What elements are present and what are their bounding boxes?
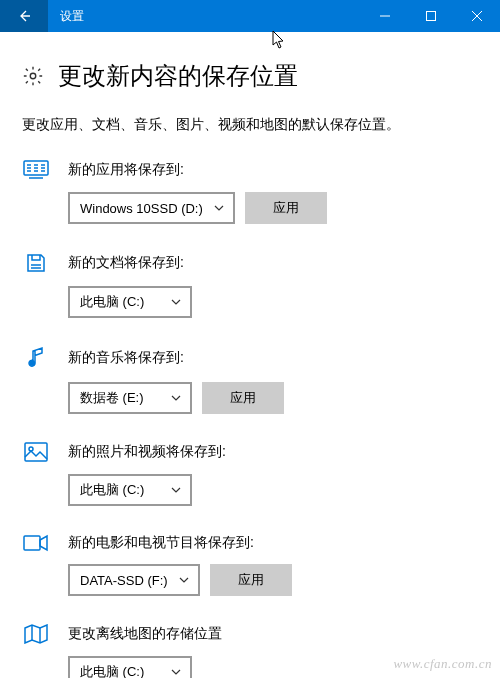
back-button[interactable] xyxy=(0,0,48,32)
document-save-icon xyxy=(25,252,47,274)
documents-dropdown-value: 此电脑 (C:) xyxy=(80,293,160,311)
video-camera-icon xyxy=(23,534,49,552)
titlebar: 设置 xyxy=(0,0,500,32)
content-area: 更改新内容的保存位置 更改应用、文档、音乐、图片、视频和地图的默认保存位置。 新… xyxy=(0,32,500,678)
music-note-icon xyxy=(27,346,45,370)
section-movies: 新的电影和电视节目将保存到: DATA-SSD (F:) 应用 xyxy=(22,534,478,596)
chevron-down-icon xyxy=(178,577,190,583)
svg-rect-4 xyxy=(25,443,47,461)
chevron-down-icon xyxy=(213,205,225,211)
gear-icon xyxy=(22,65,44,87)
apps-label: 新的应用将保存到: xyxy=(68,161,184,179)
photos-dropdown-value: 此电脑 (C:) xyxy=(80,481,160,499)
music-apply-button[interactable]: 应用 xyxy=(202,382,284,414)
music-label: 新的音乐将保存到: xyxy=(68,349,184,367)
photos-label: 新的照片和视频将保存到: xyxy=(68,443,226,461)
watermark: www.cfan.com.cn xyxy=(393,656,492,672)
section-documents: 新的文档将保存到: 此电脑 (C:) xyxy=(22,252,478,318)
documents-label: 新的文档将保存到: xyxy=(68,254,184,272)
movies-dropdown-value: DATA-SSD (F:) xyxy=(80,573,168,588)
page-title: 更改新内容的保存位置 xyxy=(58,60,298,92)
maps-label: 更改离线地图的存储位置 xyxy=(68,625,222,643)
music-dropdown[interactable]: 数据卷 (E:) xyxy=(68,382,192,414)
minimize-icon xyxy=(380,11,390,21)
apps-dropdown[interactable]: Windows 10SSD (D:) xyxy=(68,192,235,224)
arrow-left-icon xyxy=(16,8,32,24)
section-apps: 新的应用将保存到: Windows 10SSD (D:) 应用 xyxy=(22,160,478,224)
apps-apply-button[interactable]: 应用 xyxy=(245,192,327,224)
photos-dropdown[interactable]: 此电脑 (C:) xyxy=(68,474,192,506)
movies-label: 新的电影和电视节目将保存到: xyxy=(68,534,254,552)
documents-dropdown[interactable]: 此电脑 (C:) xyxy=(68,286,192,318)
window-title: 设置 xyxy=(48,8,362,25)
svg-point-3 xyxy=(29,360,35,366)
chevron-down-icon xyxy=(170,395,182,401)
section-music: 新的音乐将保存到: 数据卷 (E:) 应用 xyxy=(22,346,478,414)
maps-dropdown-value: 此电脑 (C:) xyxy=(80,663,160,678)
map-icon xyxy=(24,624,48,644)
image-icon xyxy=(24,442,48,462)
maximize-button[interactable] xyxy=(408,0,454,32)
chevron-down-icon xyxy=(170,669,182,675)
close-button[interactable] xyxy=(454,0,500,32)
svg-rect-6 xyxy=(24,536,40,550)
section-photos: 新的照片和视频将保存到: 此电脑 (C:) xyxy=(22,442,478,506)
maximize-icon xyxy=(426,11,436,21)
window-controls xyxy=(362,0,500,32)
page-header: 更改新内容的保存位置 xyxy=(22,60,478,92)
chevron-down-icon xyxy=(170,487,182,493)
movies-apply-button[interactable]: 应用 xyxy=(210,564,292,596)
movies-dropdown[interactable]: DATA-SSD (F:) xyxy=(68,564,200,596)
page-description: 更改应用、文档、音乐、图片、视频和地图的默认保存位置。 xyxy=(22,116,478,134)
minimize-button[interactable] xyxy=(362,0,408,32)
maps-dropdown[interactable]: 此电脑 (C:) xyxy=(68,656,192,678)
apps-dropdown-value: Windows 10SSD (D:) xyxy=(80,201,203,216)
apps-icon xyxy=(23,160,49,180)
close-icon xyxy=(472,11,482,21)
svg-point-1 xyxy=(30,73,36,79)
svg-rect-0 xyxy=(427,12,436,21)
chevron-down-icon xyxy=(170,299,182,305)
music-dropdown-value: 数据卷 (E:) xyxy=(80,389,160,407)
